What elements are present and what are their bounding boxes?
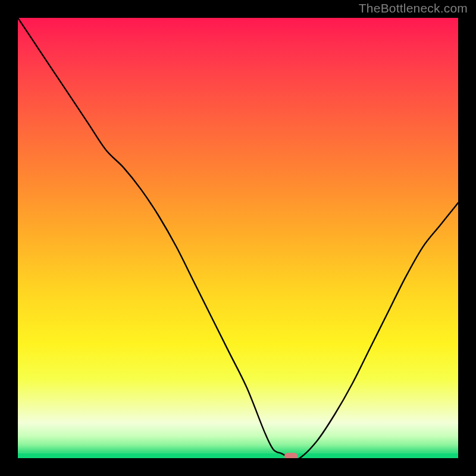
plot-area <box>18 18 458 458</box>
optimum-marker <box>284 453 298 458</box>
watermark-text: TheBottleneck.com <box>359 1 468 15</box>
chart-frame: TheBottleneck.com <box>0 0 476 476</box>
bottleneck-curve <box>18 18 458 458</box>
